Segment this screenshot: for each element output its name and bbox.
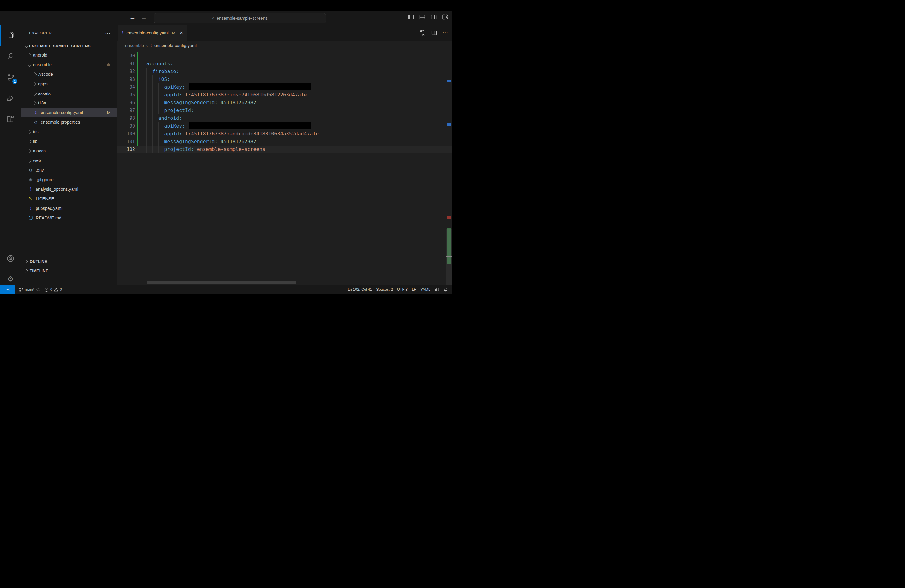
code-line-92[interactable]: 92firebase: [117,68,452,75]
code-line-94[interactable]: 94apiKey: [117,83,452,91]
tree-item-license[interactable]: LICENSE [21,194,117,203]
git-icon [28,178,33,182]
horizontal-scrollbar[interactable] [147,281,296,284]
tree-item-ensemble-config-yaml[interactable]: !ensemble-config.yamlM [21,108,117,118]
tree-item-ensemble-properties[interactable]: ⚙ensemble.properties [21,118,117,127]
notifications-item[interactable] [441,288,450,292]
account-button[interactable] [0,248,21,269]
indentation-item[interactable]: Spaces: 2 [374,288,395,292]
tree-item-analysis-options-yaml[interactable]: !analysis_options.yaml [21,184,117,194]
tree-item-ios[interactable]: ios [21,127,117,137]
sync-icon [36,288,40,292]
code-line-95[interactable]: 95appId: 1:451181767387:ios:74fb681bd581… [117,91,452,99]
tree-item-web[interactable]: web [21,156,117,165]
tree-item-android[interactable]: android [21,50,117,60]
activity-extensions[interactable] [0,108,21,129]
macos-menubar-strip [0,0,452,11]
tree-item-readme-md[interactable]: README.md [21,213,117,223]
tab-close-icon[interactable]: × [180,30,183,36]
code-line-93[interactable]: 93iOS: [117,75,452,83]
tree-item-lib[interactable]: lib [21,137,117,146]
yaml-icon: ! [33,110,38,115]
breadcrumb-folder[interactable]: ensemble [125,43,144,48]
indent-guide [146,91,152,99]
explorer-more-actions-button[interactable]: ⋯ [105,30,110,36]
tree-item-pubspec-yaml[interactable]: !pubspec.yaml [21,203,117,213]
mark-red [447,216,451,219]
remote-indicator[interactable]: >< [0,285,15,294]
nav-back-button[interactable]: ← [128,13,137,22]
code-area[interactable]: 9091accounts:92firebase:93iOS:94apiKey:9… [117,50,452,285]
tree-item--vscode[interactable]: .vscode [21,70,117,79]
tree-item-label: .vscode [38,72,53,77]
tree-item--gitignore[interactable]: .gitignore [21,175,117,184]
code-line-90[interactable]: 90 [117,52,452,60]
branch-name: main* [25,288,35,292]
encoding-item[interactable]: UTF-8 [395,288,410,292]
code-line-102[interactable]: 102projectId: ensemble-sample-screens [117,146,452,153]
editor-more-actions-icon[interactable]: ··· [442,30,448,36]
indent-guide [158,99,164,106]
toggle-primary-sidebar-icon[interactable] [408,14,414,21]
line-number: 100 [117,130,135,138]
indent-guide [146,99,152,106]
problems-status-item[interactable]: 0 0 [42,285,64,294]
line-content: android: [146,114,182,122]
redacted-secret [189,83,311,91]
code-line-100[interactable]: 100appId: 1:451181767387:android:3418310… [117,130,452,138]
customize-layout-icon[interactable] [442,14,448,21]
tree-item-macos[interactable]: macos [21,146,117,156]
code-line-97[interactable]: 97projectId: [117,106,452,114]
workspace-root-row[interactable]: ENSEMBLE-SAMPLE-SCREENS [21,41,117,50]
breadcrumb-file[interactable]: ensemble-config.yaml [154,43,197,48]
open-changes-icon[interactable] [419,30,426,36]
workspace-root-label: ENSEMBLE-SAMPLE-SCREENS [29,44,90,48]
tree-item-assets[interactable]: assets [21,89,117,98]
code-line-96[interactable]: 96messagingSenderId: 451181767387 [117,99,452,106]
tab-ensemble-config[interactable]: ! ensemble-config.yaml M × [117,25,187,41]
extensions-icon [6,115,15,123]
cursor-position-item[interactable]: Ln 102, Col 41 [346,288,374,292]
timeline-section-header[interactable]: TIMELINE [21,266,117,275]
tree-item-apps[interactable]: apps [21,79,117,89]
code-line-99[interactable]: 99apiKey: [117,122,452,130]
key-icon [28,196,33,201]
tree-item-i18n[interactable]: i18n [21,98,117,108]
editor-actions: ··· [419,25,448,41]
tree-item--env[interactable]: ⚙.env [21,165,117,175]
indent-guide [158,106,164,114]
toggle-panel-icon[interactable] [419,14,426,21]
vertical-scrollbar[interactable] [446,229,452,294]
branch-status-item[interactable]: main* [17,285,42,294]
activity-search[interactable] [0,46,21,67]
eol-item[interactable]: LF [410,288,418,292]
indent-guide [158,83,164,91]
indent-guide [146,138,152,146]
yaml-key: accounts: [146,61,173,67]
chevron-right-icon [24,259,28,264]
tree-item-ensemble[interactable]: ensemble [21,60,117,70]
gear-icon: ⚙ [28,168,33,172]
code-line-98[interactable]: 98android: [117,114,452,122]
language-mode-item[interactable]: YAML [418,288,432,292]
code-line-91[interactable]: 91accounts: [117,60,452,68]
toggle-secondary-sidebar-icon[interactable] [430,14,437,21]
tree-item-label: .env [36,168,44,172]
file-tree: androidensemble.vscodeappsassetsi18n!ens… [21,50,117,223]
feedback-item[interactable] [432,288,441,292]
activity-explorer[interactable] [0,25,21,46]
tab-title: ensemble-config.yaml [127,30,169,35]
indent-guide [146,130,152,138]
activity-run-debug[interactable] [0,87,21,108]
command-center-search[interactable]: ⌕ ensemble-sample-screens [154,13,326,23]
chevron-right-icon [27,140,32,143]
error-count: 0 [50,288,52,292]
gear-icon: ⚙ [7,275,14,283]
indent-guide [152,83,158,91]
git-branch-icon [19,288,23,292]
outline-section-header[interactable]: OUTLINE [21,257,117,266]
nav-forward-button[interactable]: → [140,13,148,22]
split-editor-icon[interactable] [431,30,437,36]
activity-source-control[interactable]: 1 [0,67,21,87]
code-line-101[interactable]: 101messagingSenderId: 451181767387 [117,138,452,146]
